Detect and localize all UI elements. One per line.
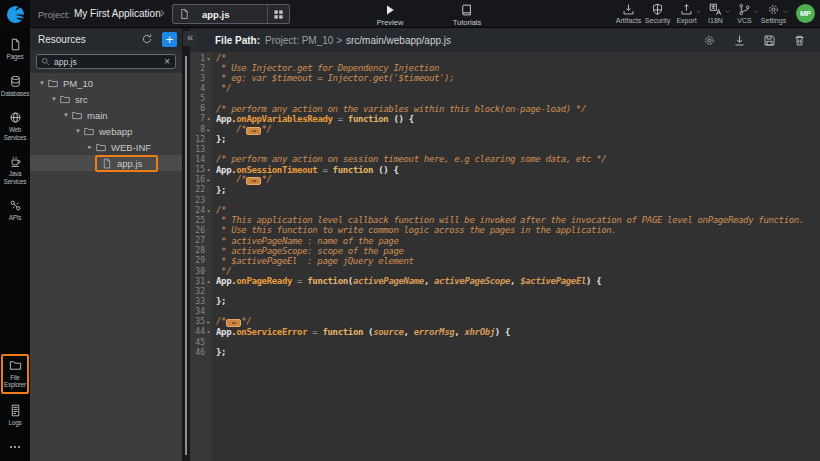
tree-expand-icon[interactable]: ▾ xyxy=(49,95,59,103)
topbar-item-settings[interactable]: Settings xyxy=(759,3,788,24)
tab-grid-button[interactable] xyxy=(267,5,289,23)
code-line-44[interactable]: 44▾App.onServiceError = function (source… xyxy=(190,327,820,337)
fold-toggle-icon[interactable]: ▸ xyxy=(205,126,212,133)
sidebar-item-apis[interactable]: APIs xyxy=(0,196,30,226)
topbar-item-vcs[interactable]: VCS xyxy=(730,3,759,24)
save-button[interactable] xyxy=(763,34,776,47)
code-line-26[interactable]: 26 * Use this function to write common l… xyxy=(190,225,820,235)
code-line-32[interactable]: 32 xyxy=(190,286,820,296)
tutorials-button[interactable]: Tutorials xyxy=(443,4,491,27)
code-line-2[interactable]: 2 * Use Injector.get for Dependency Inje… xyxy=(190,63,820,73)
code-line-45[interactable]: 45 xyxy=(190,337,820,347)
tab-app-js[interactable]: app.js xyxy=(172,4,290,24)
tutorials-label: Tutorials xyxy=(453,18,481,27)
code-line-22[interactable]: 22}; xyxy=(190,185,820,195)
fold-toggle-icon[interactable]: ▸ xyxy=(205,176,212,183)
app-logo[interactable] xyxy=(0,0,30,28)
tree-item-label: main xyxy=(87,110,108,121)
download-button[interactable] xyxy=(733,34,746,47)
code-line-7[interactable]: 7▾App.onAppVariablesReady = function () … xyxy=(190,114,820,124)
code-token: xhrObj xyxy=(464,327,494,337)
collapse-panel-button[interactable]: « xyxy=(183,31,197,46)
fold-toggle-icon[interactable]: ▾ xyxy=(205,55,212,62)
tree-expand-icon[interactable]: ▾ xyxy=(61,111,71,119)
user-avatar[interactable]: MP xyxy=(796,4,815,23)
gear-button[interactable] xyxy=(703,34,716,47)
api-icon xyxy=(9,199,22,212)
tree-item-main[interactable]: ▾main xyxy=(30,107,182,123)
code-line-29[interactable]: 29 * $activePageEl : page jQuery element xyxy=(190,256,820,266)
code-line-28[interactable]: 28 * activePageScope: scope of the page xyxy=(190,246,820,256)
sidebar-item-databases[interactable]: Databases xyxy=(0,72,30,102)
sidebar-item-file-explorer[interactable]: File Explorer xyxy=(1,354,29,394)
code-line-5[interactable]: 5 xyxy=(190,94,820,104)
code-token: * This application level callback functi… xyxy=(216,215,804,225)
code-text: */ xyxy=(212,266,231,276)
refresh-icon[interactable] xyxy=(141,33,153,45)
clear-search-icon[interactable]: × xyxy=(164,57,170,67)
code-line-6[interactable]: 6/* perform any action on the variables … xyxy=(190,104,820,114)
fold-toggle-icon[interactable]: ▾ xyxy=(205,115,212,122)
code-line-46[interactable]: 46}; xyxy=(190,347,820,357)
code-line-4[interactable]: 4 */ xyxy=(190,83,820,93)
tree-item-web-inf[interactable]: ▸WEB-INF xyxy=(30,139,182,155)
fold-toggle-icon[interactable]: ▸ xyxy=(205,318,212,325)
fold-toggle-icon[interactable]: ▾ xyxy=(205,328,212,335)
topbar-item-security[interactable]: Security xyxy=(643,3,672,24)
code-line-25[interactable]: 25 * This application level callback fun… xyxy=(190,215,820,225)
code-line-34[interactable]: 34 xyxy=(190,307,820,317)
breadcrumb-chevron-icon: › xyxy=(160,4,165,20)
code-line-30[interactable]: 30 */ xyxy=(190,266,820,276)
sidebar-item-java-services[interactable]: Java Services xyxy=(0,152,30,189)
sidebar-item-web-services[interactable]: Web Services xyxy=(0,108,30,145)
search-icon xyxy=(41,57,50,66)
code-line-12[interactable]: 12}; xyxy=(190,134,820,144)
trash-button[interactable] xyxy=(793,34,806,47)
collapsed-code-icon[interactable]: ↔ xyxy=(246,127,261,135)
folder-icon xyxy=(83,126,95,137)
topbar-item-export[interactable]: Export xyxy=(672,3,701,24)
tree-expand-icon[interactable]: ▾ xyxy=(73,127,83,135)
code-line-15[interactable]: 15▾App.onSessionTimeout = function () { xyxy=(190,165,820,175)
fold-toggle-icon[interactable]: ▾ xyxy=(205,207,212,214)
collapsed-code-icon[interactable]: ↔ xyxy=(246,177,261,185)
code-line-3[interactable]: 3 * eg: var $timeout = Injector.get('$ti… xyxy=(190,73,820,83)
sidebar-item-logs[interactable]: Logs xyxy=(0,401,30,431)
tree-item-label: webapp xyxy=(99,126,132,137)
tree-item-app-js[interactable]: app.js xyxy=(30,155,182,171)
code-line-33[interactable]: 33}; xyxy=(190,296,820,306)
panel-resize-handle[interactable] xyxy=(185,56,187,455)
code-text: /* xyxy=(212,205,226,215)
project-label: Project: xyxy=(38,9,70,20)
tree-expand-icon[interactable]: ▾ xyxy=(37,79,47,87)
code-line-1[interactable]: 1▾/* xyxy=(190,53,820,63)
code-line-27[interactable]: 27 * activePageName : name of the page xyxy=(190,236,820,246)
tree-item-webapp[interactable]: ▾webapp xyxy=(30,123,182,139)
topbar-item-artifacts[interactable]: Artifacts xyxy=(614,3,643,24)
code-line-16[interactable]: 16▸ /*↔*/ xyxy=(190,175,820,185)
tree-expand-icon[interactable]: ▸ xyxy=(85,143,95,151)
code-line-35[interactable]: 35▸/*↔*/ xyxy=(190,317,820,327)
sidebar-item-pages[interactable]: Pages xyxy=(0,35,30,65)
sidebar-item-label: Web Services xyxy=(0,126,30,141)
code-line-8[interactable]: 8▸ /*↔*/ xyxy=(190,124,820,134)
code-line-13[interactable]: 13 xyxy=(190,144,820,154)
search-input[interactable]: app.js × xyxy=(36,54,176,69)
code-token: activePageScope xyxy=(434,276,510,286)
tree-item-src[interactable]: ▾src xyxy=(30,91,182,107)
line-number: 7 xyxy=(190,114,205,123)
tree-item-pm-10[interactable]: ▾PM_10 xyxy=(30,75,182,91)
code-token: ( xyxy=(363,327,373,337)
sidebar-more-button[interactable] xyxy=(0,437,30,461)
fold-toggle-icon[interactable]: ▾ xyxy=(205,278,212,285)
fold-toggle-icon[interactable]: ▾ xyxy=(205,166,212,173)
add-resource-button[interactable]: + xyxy=(162,32,177,47)
code-lines: 1▾/*2 * Use Injector.get for Dependency … xyxy=(190,53,820,357)
topbar-item-i18n[interactable]: I18N xyxy=(701,3,730,24)
preview-button[interactable]: Preview xyxy=(366,4,414,27)
code-line-24[interactable]: 24▾/* xyxy=(190,205,820,215)
code-line-14[interactable]: 14/* perform any action on session timeo… xyxy=(190,154,820,164)
code-line-23[interactable]: 23 xyxy=(190,195,820,205)
code-line-31[interactable]: 31▾App.onPageReady = function(activePage… xyxy=(190,276,820,286)
code-text: * activePageName : name of the page xyxy=(212,236,398,246)
